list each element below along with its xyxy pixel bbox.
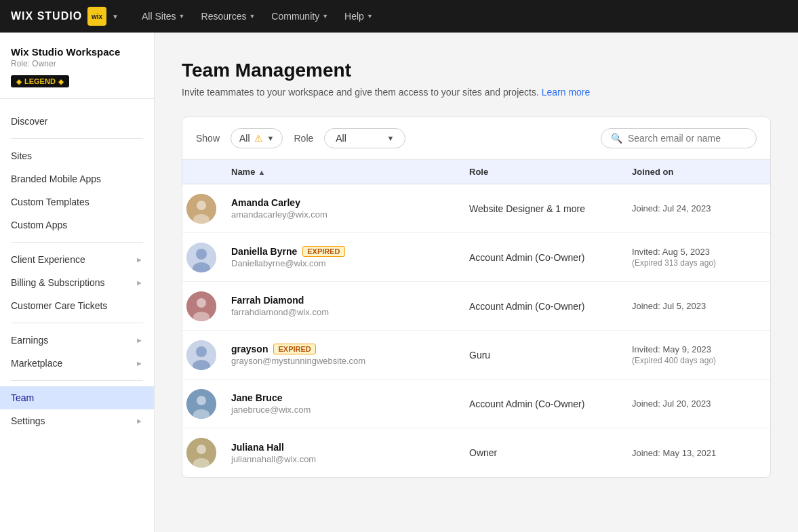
avatar-cell	[182, 234, 220, 281]
svg-point-10	[196, 346, 207, 357]
joined-cell: Joined: May 13, 2021	[621, 440, 770, 466]
chevron-down-icon: ▼	[322, 13, 328, 20]
table-row[interactable]: Juliana Hall juliannahall@wix.com Owner …	[182, 428, 770, 477]
brand-logo[interactable]: WIX STUDIO wix ▼	[11, 7, 119, 26]
chevron-down-icon: ▼	[179, 13, 185, 20]
table-row[interactable]: Jane Bruce janebruce@wix.com Account Adm…	[182, 380, 770, 428]
member-role: Guru	[469, 350, 490, 361]
name-cell: Jane Bruce janebruce@wix.com	[220, 384, 458, 423]
sidebar-item-settings[interactable]: Settings ►	[0, 409, 154, 432]
topnav-resources[interactable]: Resources ▼	[195, 7, 262, 26]
sidebar-divider	[11, 323, 143, 323]
warning-icon: ⚠	[254, 133, 263, 144]
table-row[interactable]: Daniella Byrne EXPIRED Daniellabyrne@wix…	[182, 233, 770, 282]
role-label: Role	[294, 133, 313, 144]
legend-badge: ◆ LEGEND ◆	[11, 75, 69, 87]
joined-primary: Invited: Aug 5, 2023	[632, 247, 759, 257]
member-role: Website Designer & 1 more	[469, 203, 585, 214]
chevron-right-icon: ►	[136, 359, 143, 367]
member-email: amandacarley@wix.com	[231, 209, 447, 220]
wix-icon: wix	[87, 7, 106, 26]
role-filter-dropdown[interactable]: All ▼	[324, 128, 405, 148]
chevron-down-icon: ▼	[249, 13, 255, 20]
th-joined: Joined on	[621, 167, 770, 177]
joined-secondary: (Expired 400 days ago)	[632, 356, 759, 365]
learn-more-link[interactable]: Learn more	[542, 87, 591, 98]
member-role: Account Admin (Co-Owner)	[469, 252, 584, 263]
chevron-down-icon: ▼	[367, 13, 373, 20]
filter-bar: Show All ⚠ ▼ Role All ▼ 🔍	[182, 117, 770, 160]
joined-primary: Joined: May 13, 2021	[632, 448, 759, 458]
sidebar-item-billing-subscriptions[interactable]: Billing & Subscriptions ►	[0, 271, 154, 294]
table-row[interactable]: Amanda Carley amandacarley@wix.com Websi…	[182, 184, 770, 233]
topnav-allsites[interactable]: All Sites ▼	[135, 7, 192, 26]
sidebar-divider	[11, 242, 143, 243]
avatar-cell	[182, 381, 220, 427]
avatar-cell	[182, 332, 220, 378]
sidebar-divider	[11, 138, 143, 139]
chevron-down-icon: ▼	[386, 134, 394, 142]
diamond-icon: ◆	[58, 78, 64, 85]
role-cell: Account Admin (Co-Owner)	[458, 244, 621, 271]
chevron-right-icon: ►	[136, 417, 143, 425]
main-content: Team Management Invite teammates to your…	[155, 33, 798, 532]
sidebar-item-earnings[interactable]: Earnings ►	[0, 329, 154, 352]
joined-primary: Joined: Jul 20, 2023	[632, 398, 759, 409]
name-cell: Daniella Byrne EXPIRED Daniellabyrne@wix…	[220, 238, 458, 277]
sidebar-item-branded-mobile-apps[interactable]: Branded Mobile Apps	[0, 167, 154, 190]
table-row[interactable]: grayson EXPIRED grayson@mystunningwebsit…	[182, 331, 770, 380]
svg-point-13	[197, 396, 206, 405]
member-name: Amanda Carley	[231, 197, 447, 208]
topnav-community[interactable]: Community ▼	[264, 7, 335, 26]
role-cell: Account Admin (Co-Owner)	[458, 293, 621, 320]
table-row[interactable]: Farrah Diamond farrahdiamond@wix.com Acc…	[182, 282, 770, 331]
th-role: Role	[458, 167, 621, 177]
sidebar-item-customer-care-tickets[interactable]: Customer Care Tickets	[0, 294, 154, 317]
joined-cell: Joined: Jul 24, 2023	[621, 195, 770, 222]
name-cell: Amanda Carley amandacarley@wix.com	[220, 189, 458, 228]
brand-chevron-icon: ▼	[112, 13, 119, 20]
page-subtitle: Invite teammates to your workspace and g…	[182, 87, 771, 98]
chevron-right-icon: ►	[136, 336, 143, 344]
member-name: Daniella Byrne EXPIRED	[231, 246, 447, 257]
member-email: farrahdiamond@wix.com	[231, 307, 447, 317]
search-box[interactable]: 🔍	[601, 128, 757, 148]
workspace-role: Role: Owner	[11, 59, 143, 68]
sidebar-item-custom-templates[interactable]: Custom Templates	[0, 190, 154, 213]
search-input[interactable]	[628, 133, 746, 144]
sidebar-item-custom-apps[interactable]: Custom Apps	[0, 213, 154, 237]
avatar-cell	[182, 186, 220, 232]
member-email: juliannahall@wix.com	[231, 454, 447, 464]
page-title: Team Management	[182, 60, 771, 81]
team-table-container: Show All ⚠ ▼ Role All ▼ 🔍	[182, 117, 771, 478]
svg-point-1	[197, 201, 206, 210]
sidebar-item-marketplace[interactable]: Marketplace ►	[0, 352, 154, 375]
member-name: Jane Bruce	[231, 392, 447, 403]
search-icon: 🔍	[611, 133, 622, 144]
role-cell: Guru	[458, 342, 621, 369]
th-name[interactable]: Name ▲	[220, 167, 458, 177]
sidebar-item-discover[interactable]: Discover	[0, 110, 154, 133]
svg-point-4	[196, 249, 207, 260]
chevron-down-icon: ▼	[267, 134, 275, 142]
table-header: Name ▲ Role Joined on	[182, 160, 770, 184]
role-cell: Website Designer & 1 more	[458, 195, 621, 222]
sidebar-item-team[interactable]: Team	[0, 386, 154, 409]
show-filter-dropdown[interactable]: All ⚠ ▼	[231, 128, 283, 148]
top-navigation: WIX STUDIO wix ▼ All Sites ▼ Resources ▼…	[0, 0, 798, 33]
member-email: janebruce@wix.com	[231, 405, 447, 415]
topnav-help[interactable]: Help ▼	[338, 7, 380, 26]
page-layout: Wix Studio Workspace Role: Owner ◆ LEGEN…	[0, 0, 798, 532]
avatar-cell	[182, 283, 220, 329]
joined-cell: Invited: Aug 5, 2023 (Expired 313 days a…	[621, 239, 770, 276]
member-role: Account Admin (Co-Owner)	[469, 398, 584, 409]
member-name: grayson EXPIRED	[231, 344, 447, 354]
chevron-right-icon: ►	[136, 255, 143, 264]
joined-cell: Joined: Jul 20, 2023	[621, 390, 770, 417]
member-name: Juliana Hall	[231, 442, 447, 453]
sort-asc-icon: ▲	[258, 168, 265, 176]
role-cell: Account Admin (Co-Owner)	[458, 390, 621, 417]
avatar-cell	[182, 430, 220, 476]
sidebar-item-sites[interactable]: Sites	[0, 144, 154, 167]
sidebar-item-client-experience[interactable]: Client Experience ►	[0, 248, 154, 271]
